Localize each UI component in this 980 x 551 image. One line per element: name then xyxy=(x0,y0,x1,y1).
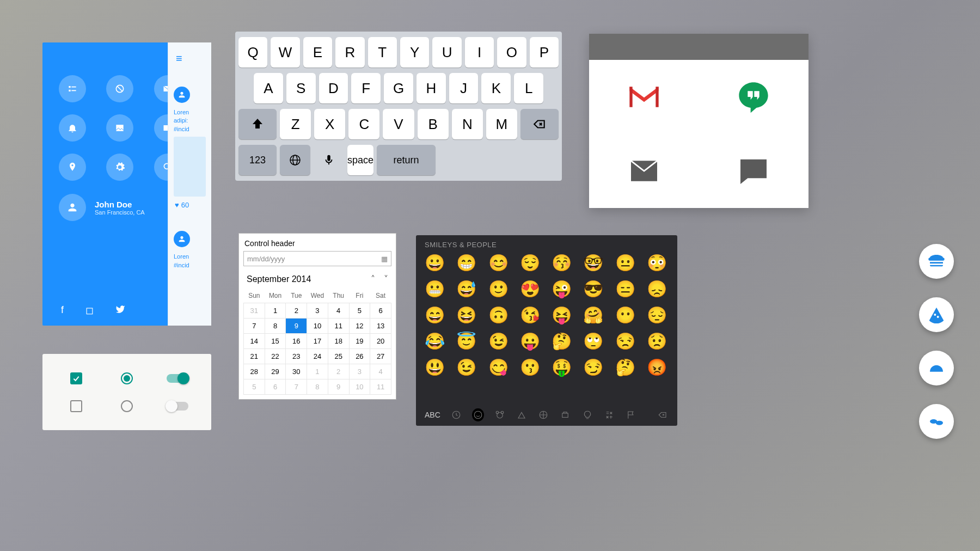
calendar-day[interactable]: 9 xyxy=(328,379,349,395)
block-button[interactable] xyxy=(106,75,133,102)
calendar-day[interactable]: 4 xyxy=(370,364,391,379)
calendar-day[interactable]: 23 xyxy=(286,349,307,364)
checkbox-unchecked[interactable] xyxy=(70,400,82,412)
key-b[interactable]: B xyxy=(418,109,449,139)
emoji[interactable]: 😋 xyxy=(488,358,510,381)
emoji[interactable]: 😞 xyxy=(647,279,669,302)
pin-button[interactable] xyxy=(59,154,86,181)
emoji[interactable]: 😁 xyxy=(456,253,478,276)
emoji[interactable]: 😅 xyxy=(456,279,478,302)
calendar-day[interactable]: 18 xyxy=(328,334,349,349)
key-e[interactable]: E xyxy=(303,37,332,68)
calendar-day[interactable]: 17 xyxy=(307,334,328,349)
emoji[interactable]: 😚 xyxy=(552,253,573,276)
emoji[interactable]: 😬 xyxy=(425,279,446,302)
calendar-day[interactable]: 27 xyxy=(370,349,391,364)
emoji[interactable]: 😟 xyxy=(647,332,669,354)
emoji[interactable]: 🤔 xyxy=(552,332,573,354)
calendar-day[interactable]: 30 xyxy=(286,364,307,379)
next-month-button[interactable]: ˅ xyxy=(384,274,388,284)
app-email[interactable] xyxy=(589,134,699,208)
emoji[interactable]: 🙄 xyxy=(583,332,605,354)
calendar-day[interactable]: 8 xyxy=(307,379,328,395)
calendar-day[interactable]: 6 xyxy=(265,379,286,395)
emoji[interactable]: 😄 xyxy=(425,305,446,328)
calendar-day[interactable]: 21 xyxy=(244,349,265,364)
calendar-day[interactable]: 24 xyxy=(307,349,328,364)
fab-sushi[interactable] xyxy=(919,404,954,439)
calendar-day[interactable]: 5 xyxy=(349,303,370,319)
key-j[interactable]: J xyxy=(449,73,479,103)
emoji[interactable]: 🤗 xyxy=(583,305,605,328)
calendar-day[interactable]: 4 xyxy=(328,303,349,319)
emoji[interactable]: 😇 xyxy=(456,332,478,354)
tab-objects-icon[interactable] xyxy=(581,408,593,421)
emoji[interactable]: 😉 xyxy=(456,358,478,381)
key-n[interactable]: N xyxy=(452,109,483,139)
calendar-day[interactable]: 22 xyxy=(265,349,286,364)
key-f[interactable]: F xyxy=(351,73,381,103)
tab-food-icon[interactable] xyxy=(516,408,528,421)
emoji[interactable]: 😀 xyxy=(425,253,446,276)
key-w[interactable]: W xyxy=(271,37,299,68)
key-y[interactable]: Y xyxy=(400,37,429,68)
calendar-day[interactable]: 13 xyxy=(370,319,391,334)
calendar-day[interactable]: 28 xyxy=(244,364,265,379)
app-hangouts[interactable] xyxy=(699,60,809,134)
emoji[interactable]: 😆 xyxy=(456,305,478,328)
emoji[interactable]: 😊 xyxy=(488,253,510,276)
bell-button[interactable] xyxy=(59,114,86,142)
shift-key[interactable] xyxy=(238,109,277,139)
calendar-day[interactable]: 11 xyxy=(370,379,391,395)
calendar-day[interactable]: 10 xyxy=(307,319,328,334)
app-gmail[interactable] xyxy=(589,60,699,134)
key-a[interactable]: A xyxy=(254,73,283,103)
calendar-day[interactable]: 31 xyxy=(244,303,265,319)
emoji[interactable]: 😑 xyxy=(615,279,637,302)
fab-taco[interactable] xyxy=(919,351,954,385)
list-button[interactable] xyxy=(59,75,86,102)
emoji[interactable]: 😐 xyxy=(615,253,637,276)
calendar-day[interactable]: 7 xyxy=(244,319,265,334)
emoji[interactable]: 😎 xyxy=(583,279,605,302)
calendar-day[interactable]: 8 xyxy=(265,319,286,334)
key-g[interactable]: G xyxy=(384,73,413,103)
emoji-backspace-button[interactable] xyxy=(657,408,669,421)
tab-symbols-icon[interactable] xyxy=(603,408,615,421)
key-z[interactable]: Z xyxy=(280,109,311,139)
emoji[interactable]: 🤑 xyxy=(552,358,573,381)
key-o[interactable]: O xyxy=(497,37,526,68)
emoji[interactable]: 🙃 xyxy=(488,305,510,328)
emoji[interactable]: 😉 xyxy=(488,332,510,354)
tab-smileys-icon[interactable] xyxy=(472,408,484,421)
tab-flags-icon[interactable] xyxy=(625,408,637,421)
key-x[interactable]: X xyxy=(314,109,345,139)
emoji[interactable]: 😌 xyxy=(520,253,542,276)
radio-checked[interactable] xyxy=(121,372,133,384)
key-m[interactable]: M xyxy=(486,109,517,139)
key-k[interactable]: K xyxy=(481,73,511,103)
calendar-day[interactable]: 1 xyxy=(307,364,328,379)
like-button[interactable]: ♥ 60 xyxy=(175,201,211,209)
calendar-day[interactable]: 7 xyxy=(286,379,307,395)
emoji[interactable]: 😒 xyxy=(615,332,637,354)
image-button[interactable] xyxy=(106,114,133,142)
calendar-day[interactable]: 26 xyxy=(349,349,370,364)
checkbox-checked[interactable] xyxy=(70,372,82,384)
settings-button[interactable] xyxy=(106,154,133,181)
emoji[interactable]: 😘 xyxy=(520,305,542,328)
calendar-day[interactable]: 25 xyxy=(328,349,349,364)
key-d[interactable]: D xyxy=(319,73,348,103)
calendar-day[interactable]: 19 xyxy=(349,334,370,349)
switch-on[interactable] xyxy=(167,374,188,383)
calendar-day[interactable]: 9 xyxy=(286,319,307,334)
instagram-icon[interactable]: ◻ xyxy=(85,304,94,317)
key-h[interactable]: H xyxy=(416,73,446,103)
calendar-day[interactable]: 6 xyxy=(370,303,391,319)
calendar-day[interactable]: 16 xyxy=(286,334,307,349)
tab-activity-icon[interactable] xyxy=(537,408,549,421)
hamburger-icon[interactable]: ≡ xyxy=(176,52,211,65)
emoji[interactable]: 😳 xyxy=(647,253,669,276)
key-i[interactable]: I xyxy=(465,37,494,68)
emoji[interactable]: 😡 xyxy=(647,358,669,381)
